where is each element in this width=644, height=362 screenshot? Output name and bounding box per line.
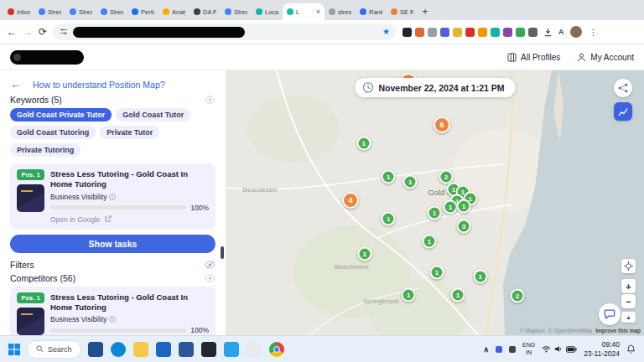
- business-card[interactable]: Pos. 1 Stress Less Tutoring - Gold Coast…: [10, 163, 216, 230]
- download-icon[interactable]: [543, 28, 553, 37]
- sidebar-back-icon[interactable]: ←: [10, 79, 21, 90]
- my-account-button[interactable]: My Account: [577, 53, 634, 62]
- hidden-icons-chevron[interactable]: ∧: [483, 345, 489, 354]
- zoom-out-button[interactable]: −: [621, 294, 636, 308]
- map-marker[interactable]: 1: [402, 287, 416, 302]
- browser-tab[interactable]: Rank: [356, 3, 387, 20]
- date-selector[interactable]: November 22, 2024 at 1:21 PM: [356, 78, 516, 97]
- system-icons[interactable]: [542, 345, 577, 353]
- browser-tab[interactable]: Stress: [34, 3, 65, 20]
- browser-tab[interactable]: SE Ra: [387, 3, 418, 20]
- locate-button[interactable]: [621, 259, 636, 273]
- extension-icon[interactable]: [465, 28, 475, 37]
- browser-tab[interactable]: Locat: [252, 3, 283, 20]
- windows-start-icon[interactable]: [8, 344, 20, 355]
- map-marker[interactable]: 1: [443, 200, 457, 215]
- browser-tab[interactable]: Stress: [221, 3, 252, 20]
- map-marker[interactable]: 1: [428, 205, 442, 220]
- map-marker[interactable]: 1: [382, 211, 396, 225]
- improve-map-link[interactable]: Improve this map: [595, 328, 641, 334]
- taskbar-search[interactable]: Search: [27, 340, 81, 359]
- map-marker[interactable]: 1: [473, 269, 487, 283]
- taskbar-app-file-explorer[interactable]: [133, 342, 148, 357]
- map-marker[interactable]: 1: [429, 265, 444, 279]
- taskbar-app-outlook[interactable]: [156, 342, 171, 357]
- notifications-bell-icon[interactable]: [626, 344, 636, 354]
- tab-close-icon[interactable]: ×: [316, 8, 320, 16]
- browser-tab[interactable]: stress: [325, 3, 356, 20]
- keyword-chip[interactable]: Private Tutoring: [10, 143, 80, 157]
- taskbar-app-chrome[interactable]: [269, 342, 284, 357]
- extension-icon[interactable]: [528, 28, 538, 37]
- map-marker[interactable]: 3: [456, 220, 470, 234]
- a-extension-icon[interactable]: A: [558, 28, 564, 36]
- map-marker[interactable]: 1: [403, 175, 418, 189]
- extension-icon[interactable]: [428, 28, 437, 37]
- taskbar-app-pinned-1[interactable]: [88, 342, 103, 357]
- extension-icon[interactable]: [440, 28, 449, 37]
- address-bar[interactable]: ★: [53, 23, 397, 40]
- taskbar-app-edge[interactable]: [111, 342, 126, 357]
- back-icon[interactable]: ←: [7, 27, 17, 37]
- browser-tab[interactable]: DA PA: [190, 3, 221, 20]
- taskbar-app-vscode[interactable]: [224, 342, 239, 357]
- info-icon[interactable]: [109, 194, 116, 200]
- map-marker[interactable]: 1: [423, 234, 437, 248]
- sidebar-scrollbar-thumb[interactable]: [221, 246, 224, 259]
- position-map[interactable]: BeaudesertBeechmontSpringbrookGold Coast…: [226, 70, 644, 335]
- extension-icon[interactable]: [415, 28, 424, 37]
- taskbar-clock[interactable]: 09:40 23-11-2024: [584, 340, 620, 357]
- browser-tab[interactable]: Stress: [96, 3, 127, 20]
- chart-view-button[interactable]: [614, 102, 632, 121]
- extension-icon[interactable]: [453, 28, 462, 37]
- extension-icon[interactable]: [516, 28, 525, 37]
- extension-icon[interactable]: [503, 28, 512, 37]
- browser-menu-icon[interactable]: ⋮: [589, 28, 598, 37]
- map-marker[interactable]: 2: [511, 288, 525, 303]
- keyword-chip[interactable]: Gold Coast Tutor: [116, 108, 190, 122]
- keyword-chip[interactable]: Gold Coast Tutoring: [10, 126, 96, 139]
- extension-icon[interactable]: [491, 28, 500, 37]
- extension-icon[interactable]: [478, 28, 487, 37]
- forward-icon[interactable]: →: [23, 27, 33, 37]
- share-button[interactable]: [614, 79, 632, 97]
- info-icon[interactable]: [109, 316, 116, 323]
- keyword-chip[interactable]: Private Tutor: [100, 126, 159, 139]
- browser-tab[interactable]: L×: [283, 3, 325, 20]
- all-profiles-button[interactable]: All Profiles: [507, 53, 560, 62]
- filters-eye-off-icon[interactable]: [205, 261, 216, 269]
- browser-tab[interactable]: Stress: [65, 3, 96, 20]
- open-in-google-link[interactable]: Open in Google: [50, 215, 209, 224]
- map-caret-button[interactable]: ▲: [621, 312, 636, 323]
- bookmark-star-icon[interactable]: ★: [382, 28, 390, 36]
- chat-widget-button[interactable]: [599, 303, 621, 325]
- show-tasks-button[interactable]: Show tasks: [10, 235, 216, 253]
- keyword-chip[interactable]: Gold Coast Private Tutor: [10, 108, 112, 122]
- taskbar-app-terminal[interactable]: [201, 342, 216, 357]
- profile-avatar[interactable]: [570, 26, 582, 38]
- competitors-eye-icon[interactable]: [205, 274, 216, 282]
- reload-icon[interactable]: ⟳: [39, 27, 47, 37]
- extension-icon[interactable]: [402, 28, 412, 37]
- map-marker[interactable]: 1: [450, 287, 465, 302]
- mapbox-credit[interactable]: © Mapbox: [520, 328, 545, 334]
- help-link[interactable]: How to understand Position Map?: [33, 80, 165, 90]
- map-marker[interactable]: 1: [456, 199, 470, 214]
- map-marker[interactable]: 4: [342, 192, 359, 209]
- browser-tab[interactable]: Perfor: [127, 3, 158, 20]
- competitor-card[interactable]: Pos. 1 Stress Less Tutoring - Gold Coast…: [10, 287, 216, 335]
- map-marker[interactable]: 6: [434, 116, 450, 133]
- map-marker[interactable]: 1: [382, 170, 396, 184]
- keywords-eye-icon[interactable]: [205, 96, 216, 104]
- tray-icon[interactable]: [496, 346, 502, 353]
- new-tab-button[interactable]: +: [418, 4, 433, 19]
- osm-credit[interactable]: © OpenStreetMap: [548, 328, 592, 334]
- browser-tab[interactable]: Analy: [158, 3, 190, 20]
- site-settings-icon[interactable]: [60, 28, 68, 36]
- language-indicator[interactable]: ENG IN: [522, 342, 535, 355]
- tray-icon[interactable]: [509, 346, 516, 353]
- zoom-in-button[interactable]: +: [621, 279, 636, 293]
- browser-tab[interactable]: Inbox: [3, 3, 34, 20]
- taskbar-app-pinned-2[interactable]: [247, 342, 262, 357]
- taskbar-app-word[interactable]: [179, 342, 194, 357]
